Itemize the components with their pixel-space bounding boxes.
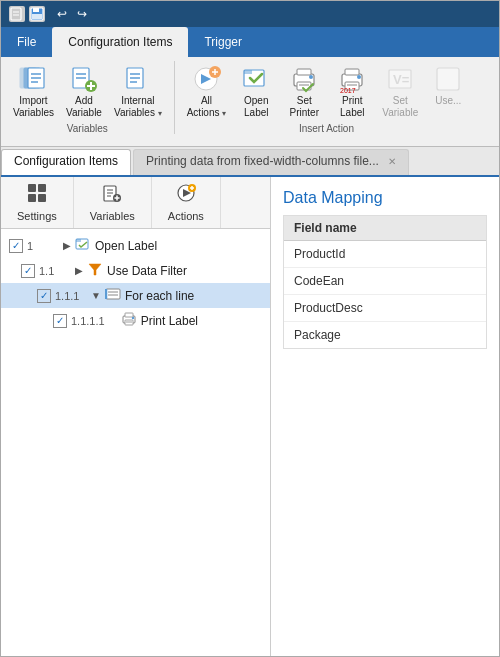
open-label-tree-icon	[75, 236, 91, 255]
checkbox-1[interactable]: ✓	[9, 239, 23, 253]
insert-action-group-items: AllActions ▾ OpenLabel	[183, 61, 471, 121]
svg-text:V=: V=	[393, 72, 410, 87]
all-actions-label: AllActions ▾	[187, 95, 227, 119]
undo-redo-group: ↩ ↪	[53, 5, 91, 23]
svg-rect-5	[32, 14, 42, 19]
use-button[interactable]: Use...	[426, 61, 470, 109]
ribbon-group-insert-action: AllActions ▾ OpenLabel	[183, 61, 479, 134]
internal-variables-button[interactable]: InternalVariables ▾	[110, 61, 166, 121]
svg-rect-4	[33, 8, 39, 12]
svg-rect-34	[345, 69, 359, 75]
svg-rect-43	[38, 184, 46, 192]
svg-rect-0	[11, 8, 21, 20]
ribbon-group-variables: ImportVariables AddVariab	[9, 61, 175, 134]
internal-variables-icon	[122, 63, 154, 95]
svg-rect-41	[437, 68, 459, 90]
svg-text:2017: 2017	[340, 87, 356, 94]
add-variable-label: AddVariable	[66, 95, 102, 119]
data-mapping-header: Field name	[284, 216, 486, 241]
doc-tab-printing[interactable]: Printing data from fixed-width-columns f…	[133, 149, 409, 175]
svg-point-32	[309, 75, 313, 79]
tree-item-1[interactable]: ✓ 1 ▶ Open Label	[1, 233, 270, 258]
tab-trigger[interactable]: Trigger	[188, 27, 258, 57]
tree-number-1-1-1: 1.1.1	[55, 290, 85, 302]
import-variables-button[interactable]: ImportVariables	[9, 61, 58, 121]
open-label-button[interactable]: OpenLabel	[234, 61, 278, 121]
tree-number-1-1: 1.1	[39, 265, 69, 277]
svg-rect-65	[125, 313, 133, 317]
svg-marker-59	[89, 264, 101, 275]
tree-number-1-1-1-1: 1.1.1.1	[71, 315, 105, 327]
tree-text-1-1-1-1: Print Label	[141, 314, 198, 328]
set-variable-button[interactable]: V= SetVariable	[378, 61, 422, 121]
variables-panel-icon	[102, 183, 122, 208]
tree-view: ✓ 1 ▶ Open Label ✓ 1.1	[1, 229, 270, 656]
variables-panel-label: Variables	[90, 210, 135, 222]
tree-item-1-1-1[interactable]: ✓ 1.1.1 ▼ For each line	[1, 283, 270, 308]
set-printer-button[interactable]: SetPrinter	[282, 61, 326, 121]
use-label: Use...	[435, 95, 461, 107]
svg-rect-29	[297, 69, 311, 75]
panel-tab-variables[interactable]: Variables	[74, 177, 152, 228]
actions-panel-icon	[176, 183, 196, 208]
tab-file[interactable]: File	[1, 27, 52, 57]
variables-group-label: Variables	[67, 123, 108, 134]
internal-variables-label: InternalVariables ▾	[114, 95, 162, 119]
tree-text-1-1-1: For each line	[125, 289, 194, 303]
add-variable-icon	[68, 63, 100, 95]
tree-item-1-1-1-1[interactable]: ✓ 1.1.1.1 Print Label	[1, 308, 270, 333]
print-label-icon: 2017	[336, 63, 368, 95]
filter-tree-icon	[87, 261, 103, 280]
ribbon: ImportVariables AddVariab	[1, 57, 499, 147]
print-label-button[interactable]: 2017 PrintLabel	[330, 61, 374, 121]
add-variable-button[interactable]: AddVariable	[62, 61, 106, 121]
checkbox-1-1[interactable]: ✓	[21, 264, 35, 278]
tree-text-1-1: Use Data Filter	[107, 264, 187, 278]
left-panel: Settings Variables	[1, 177, 271, 656]
svg-rect-66	[125, 320, 133, 325]
svg-rect-42	[28, 184, 36, 192]
panel-tab-actions[interactable]: Actions	[152, 177, 221, 228]
open-label-label: OpenLabel	[244, 95, 268, 119]
set-variable-label: SetVariable	[382, 95, 418, 119]
tree-number-1: 1	[27, 240, 57, 252]
tab-configuration-items[interactable]: Configuration Items	[52, 27, 188, 57]
actions-panel-label: Actions	[168, 210, 204, 222]
data-mapping-row-1: CodeEan	[284, 268, 486, 295]
doc-tabs: Configuration Items Printing data from f…	[1, 147, 499, 177]
doc-tab-close-icon[interactable]: ✕	[388, 156, 396, 167]
data-mapping-row-0: ProductId	[284, 241, 486, 268]
svg-point-68	[131, 317, 133, 319]
svg-rect-58	[76, 239, 81, 242]
tree-item-1-1[interactable]: ✓ 1.1 ▶ Use Data Filter	[1, 258, 270, 283]
svg-rect-45	[38, 194, 46, 202]
data-mapping-row-2: ProductDesc	[284, 295, 486, 322]
import-variables-label: ImportVariables	[13, 95, 54, 119]
undo-button[interactable]: ↩	[53, 5, 71, 23]
checkbox-1-1-1[interactable]: ✓	[37, 289, 51, 303]
use-icon	[432, 63, 464, 95]
title-bar: ↩ ↪	[1, 1, 499, 27]
svg-rect-27	[244, 70, 252, 74]
open-label-icon	[240, 63, 272, 95]
tree-text-1: Open Label	[95, 239, 157, 253]
arrow-1-1: ▶	[75, 265, 83, 276]
all-actions-button[interactable]: AllActions ▾	[183, 61, 231, 121]
doc-tab-configuration[interactable]: Configuration Items	[1, 149, 131, 175]
print-label-label: PrintLabel	[340, 95, 364, 119]
all-actions-icon	[190, 63, 222, 95]
main-content: Settings Variables	[1, 177, 499, 656]
set-variable-icon: V=	[384, 63, 416, 95]
data-mapping-table: Field name ProductId CodeEan ProductDesc…	[283, 215, 487, 349]
app-window: ↩ ↪ File Configuration Items Trigger	[0, 0, 500, 657]
save-title-icon[interactable]	[29, 6, 45, 22]
variables-group-items: ImportVariables AddVariab	[9, 61, 166, 121]
arrow-1: ▶	[63, 240, 71, 251]
checkbox-1-1-1-1[interactable]: ✓	[53, 314, 67, 328]
panel-tab-settings[interactable]: Settings	[1, 177, 74, 228]
redo-button[interactable]: ↪	[73, 5, 91, 23]
right-panel: Data Mapping Field name ProductId CodeEa…	[271, 177, 499, 656]
svg-rect-44	[28, 194, 36, 202]
data-mapping-row-3: Package	[284, 322, 486, 348]
print-tree-icon	[121, 311, 137, 330]
